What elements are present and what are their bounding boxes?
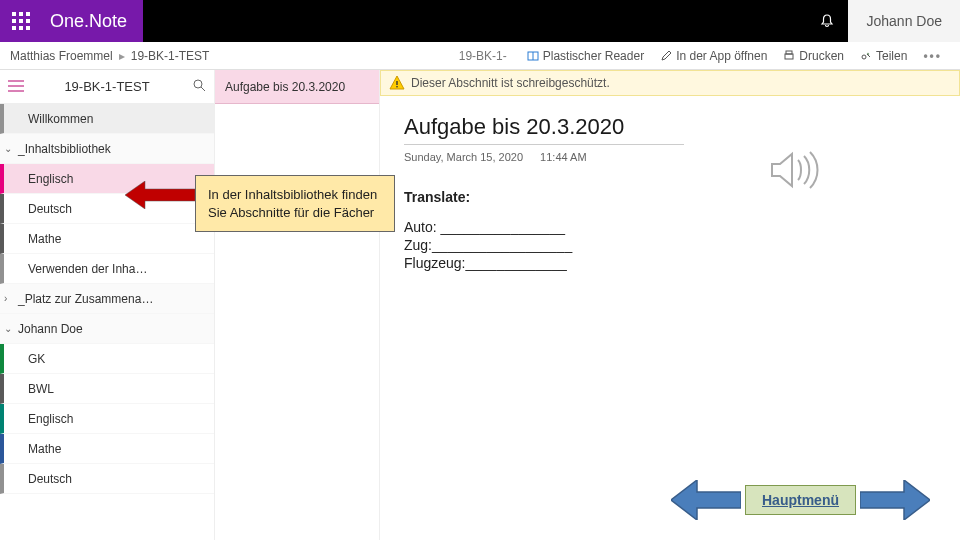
content-block: Translate: Auto: ________________ Zug:__… [404, 189, 936, 271]
app-header: One.Note Johann Doe [0, 0, 960, 42]
callout-text: In der Inhaltsbibliothek finden Sie Absc… [195, 175, 395, 232]
alert-text: Dieser Abschnitt ist schreibgeschützt. [411, 76, 610, 90]
more-button[interactable]: ••• [923, 49, 942, 63]
brand-label: One.Note [42, 0, 143, 42]
exercise-line: Flugzeug:_____________ [404, 255, 936, 271]
page-tab-current[interactable]: Aufgabe bis 20.3.2020 [215, 70, 379, 104]
immersive-reader-button[interactable]: Plastischer Reader [527, 49, 644, 63]
section-gk[interactable]: GK [0, 344, 214, 374]
slide-nav: Hauptmenü [671, 480, 930, 520]
svg-rect-21 [396, 86, 397, 87]
chevron-down-icon: ⌄ [4, 323, 12, 334]
nav-main-button[interactable]: Hauptmenü [745, 485, 856, 515]
section-deutsch-2[interactable]: Deutsch [0, 464, 214, 494]
crumb-notebook[interactable]: 19-BK-1-TEST [131, 49, 210, 63]
callout-annotation: In der Inhaltsbibliothek finden Sie Absc… [195, 175, 395, 232]
svg-point-13 [862, 55, 866, 59]
page-title[interactable]: Aufgabe bis 20.3.2020 [404, 114, 684, 145]
nav-next-button[interactable] [860, 480, 930, 520]
print-button[interactable]: Drucken [783, 49, 844, 63]
nav-prev-button[interactable] [671, 480, 741, 520]
group-library[interactable]: ⌄_Inhaltsbibliothek [0, 134, 214, 164]
group-student[interactable]: ⌄Johann Doe [0, 314, 214, 344]
user-menu[interactable]: Johann Doe [848, 0, 960, 42]
section-mathe[interactable]: Mathe [0, 224, 214, 254]
speaker-icon [764, 142, 820, 198]
page-date: Sunday, March 15, 2020 [404, 151, 523, 163]
svg-point-18 [194, 80, 202, 88]
share-button[interactable]: Teilen [860, 49, 907, 63]
bell-icon [819, 13, 835, 29]
exercise-line: Zug:__________________ [404, 237, 936, 253]
section-usage[interactable]: Verwenden der Inha… [0, 254, 214, 284]
readonly-alert: Dieser Abschnitt ist schreibgeschützt. [380, 70, 960, 96]
share-label: Teilen [876, 49, 907, 63]
svg-rect-3 [12, 19, 16, 23]
translate-label: Translate: [404, 189, 936, 205]
section-bwl[interactable]: BWL [0, 374, 214, 404]
page-time: 11:44 AM [540, 151, 586, 163]
notebook-title[interactable]: 19-BK-1-TEST [28, 79, 186, 94]
page-meta: Sunday, March 15, 2020 11:44 AM [404, 151, 936, 163]
svg-rect-20 [396, 81, 397, 85]
open-in-app-button[interactable]: In der App öffnen [660, 49, 767, 63]
toolbar: Matthias Froemmel ▸ 19-BK-1-TEST 19-BK-1… [0, 42, 960, 70]
notebook-tree: Willkommen ⌄_Inhaltsbibliothek Englisch … [0, 104, 214, 494]
svg-rect-0 [12, 12, 16, 16]
section-welcome[interactable]: Willkommen [0, 104, 214, 134]
svg-rect-2 [26, 12, 30, 16]
svg-line-19 [201, 87, 205, 91]
book-icon [527, 50, 539, 62]
section-mathe-2[interactable]: Mathe [0, 434, 214, 464]
hamburger-icon [8, 80, 24, 92]
section-englisch-2[interactable]: Englisch [0, 404, 214, 434]
svg-rect-8 [26, 26, 30, 30]
svg-rect-4 [19, 19, 23, 23]
exercise-line: Auto: ________________ [404, 219, 936, 235]
search-button[interactable] [186, 78, 206, 96]
svg-rect-11 [785, 54, 793, 59]
search-icon [192, 78, 206, 92]
share-icon [860, 50, 872, 62]
svg-rect-7 [19, 26, 23, 30]
notifications-button[interactable] [806, 0, 848, 42]
callout-arrow-icon [125, 181, 195, 209]
main-area: 19-BK-1-TEST Willkommen ⌄_Inhaltsbibliot… [0, 70, 960, 540]
page-content-panel: Dieser Abschnitt ist schreibgeschützt. A… [380, 70, 960, 540]
breadcrumb[interactable]: Matthias Froemmel ▸ 19-BK-1-TEST [10, 49, 209, 63]
page-body: Aufgabe bis 20.3.2020 Sunday, March 15, … [380, 96, 960, 291]
chevron-down-icon: ⌄ [4, 143, 12, 154]
collapse-nav-button[interactable] [8, 78, 28, 96]
warning-icon [389, 75, 405, 91]
svg-rect-5 [26, 19, 30, 23]
app-launcher-button[interactable] [0, 0, 42, 42]
crumb-owner[interactable]: Matthias Froemmel [10, 49, 113, 63]
svg-rect-6 [12, 26, 16, 30]
notebook-panel: 19-BK-1-TEST Willkommen ⌄_Inhaltsbibliot… [0, 70, 215, 540]
printer-icon [783, 50, 795, 62]
svg-rect-1 [19, 12, 23, 16]
immersive-reader-label: Plastischer Reader [543, 49, 644, 63]
pages-panel: Aufgabe bis 20.3.2020 [215, 70, 380, 540]
pencil-icon [660, 50, 672, 62]
crumb-short: 19-BK-1- [459, 49, 507, 63]
group-collab[interactable]: ›_Platz zur Zusammena… [0, 284, 214, 314]
chevron-right-icon: › [4, 293, 7, 304]
svg-rect-12 [786, 51, 792, 54]
print-label: Drucken [799, 49, 844, 63]
chevron-right-icon: ▸ [119, 49, 125, 63]
open-in-app-label: In der App öffnen [676, 49, 767, 63]
notebook-panel-header: 19-BK-1-TEST [0, 70, 214, 104]
waffle-icon [12, 12, 30, 30]
